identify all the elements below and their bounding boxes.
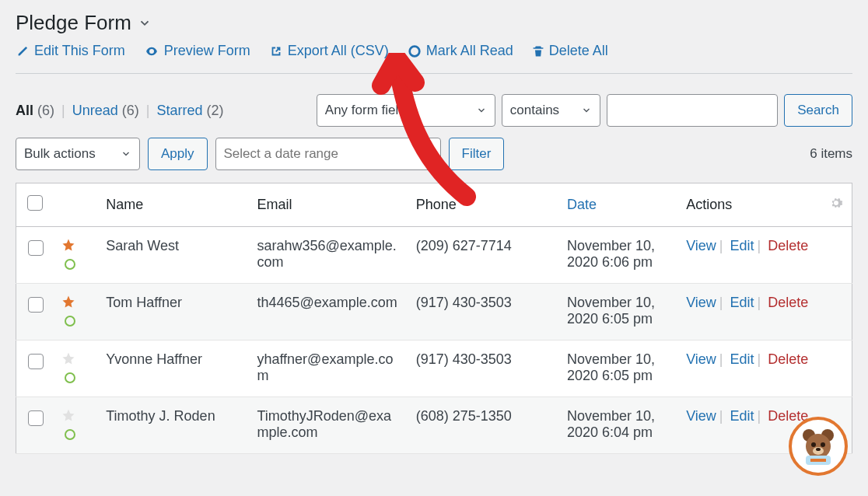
- trash-icon: [532, 44, 544, 58]
- cell-name: Timothy J. Roden: [98, 397, 249, 454]
- cell-date: November 10, 2020 6:05 pm: [559, 284, 678, 341]
- cell-actions: View| Edit| Delete: [678, 341, 852, 397]
- export-icon: [269, 44, 283, 58]
- col-name[interactable]: Name: [98, 183, 249, 227]
- status-starred-count: (2): [207, 103, 224, 118]
- field-select[interactable]: Any form field: [317, 94, 495, 127]
- chevron-down-icon[interactable]: [138, 16, 152, 30]
- bulk-actions-select[interactable]: Bulk actions: [16, 138, 140, 170]
- apply-button[interactable]: Apply: [148, 138, 208, 170]
- table-row: Yvonne Haffner yhaffner@example.com (917…: [16, 341, 852, 397]
- table-row: Tom Haffner th4465@example.com (917) 430…: [16, 284, 852, 341]
- edit-form-label: Edit This Form: [34, 43, 125, 59]
- cell-name: Yvonne Haffner: [98, 341, 249, 397]
- cell-phone: (917) 430-3503: [408, 341, 559, 397]
- col-email[interactable]: Email: [249, 183, 408, 227]
- bulk-row: Bulk actions Apply Filter 6 items: [16, 134, 852, 183]
- page-title: Pledge Form: [16, 11, 852, 35]
- export-all-link[interactable]: Export All (CSV): [269, 43, 389, 59]
- status-unread-count: (6): [122, 103, 139, 118]
- search-button[interactable]: Search: [784, 94, 852, 127]
- delete-link[interactable]: Delete: [768, 351, 808, 367]
- cell-actions: View| Edit| Delete: [678, 284, 852, 341]
- read-indicator-icon[interactable]: [65, 429, 75, 440]
- read-indicator-icon[interactable]: [65, 372, 75, 383]
- mark-all-read-link[interactable]: Mark All Read: [408, 43, 513, 59]
- delete-all-link[interactable]: Delete All: [532, 43, 608, 59]
- chevron-down-icon: [581, 105, 592, 116]
- search-controls: Any form field contains Search: [317, 94, 852, 127]
- star-icon[interactable]: [61, 353, 75, 369]
- form-toolbar: Edit This Form Preview Form Export All (…: [16, 43, 852, 74]
- gear-icon[interactable]: [829, 197, 843, 213]
- view-link[interactable]: View: [686, 238, 716, 253]
- view-link[interactable]: View: [686, 351, 716, 367]
- export-all-label: Export All (CSV): [288, 43, 389, 59]
- select-all-header: [16, 183, 54, 227]
- status-starred-link[interactable]: Starred: [157, 103, 203, 118]
- table-row: Sarah West sarahw356@example.com (209) 6…: [16, 227, 852, 284]
- cell-actions: View| Edit| Delete: [678, 227, 852, 284]
- pencil-icon: [16, 44, 30, 58]
- entries-table: Name Email Phone Date Actions Sarah West…: [16, 183, 852, 454]
- edit-link[interactable]: Edit: [730, 295, 754, 310]
- edit-link[interactable]: Edit: [730, 408, 754, 424]
- cell-name: Sarah West: [98, 227, 249, 284]
- cell-date: November 10, 2020 6:04 pm: [559, 397, 678, 454]
- indicator-header: [54, 183, 98, 227]
- star-icon[interactable]: [61, 410, 75, 425]
- svg-point-5: [811, 442, 816, 447]
- delete-link[interactable]: Delete: [768, 238, 808, 253]
- delete-link[interactable]: Delete: [768, 295, 808, 310]
- edit-link[interactable]: Edit: [730, 351, 754, 367]
- status-links: All (6) | Unread (6) | Starred (2): [16, 103, 224, 119]
- cell-email: yhaffner@example.com: [249, 341, 408, 397]
- filter-button[interactable]: Filter: [449, 138, 505, 170]
- chevron-down-icon: [121, 148, 131, 159]
- preview-form-label: Preview Form: [164, 43, 250, 59]
- edit-form-link[interactable]: Edit This Form: [16, 43, 125, 59]
- status-unread-link[interactable]: Unread: [72, 103, 118, 118]
- condition-select-label: contains: [510, 103, 559, 118]
- cell-email: TimothyJRoden@example.com: [249, 397, 408, 454]
- star-icon[interactable]: [61, 239, 75, 255]
- col-actions: Actions: [678, 183, 821, 227]
- svg-point-0: [409, 46, 419, 56]
- edit-link[interactable]: Edit: [730, 238, 754, 253]
- preview-form-link[interactable]: Preview Form: [144, 43, 250, 59]
- page-title-text: Pledge Form: [16, 11, 131, 35]
- svg-point-8: [816, 448, 821, 451]
- row-checkbox[interactable]: [28, 240, 44, 256]
- condition-select[interactable]: contains: [502, 94, 600, 127]
- cell-phone: (209) 627-7714: [408, 227, 559, 284]
- date-range-input[interactable]: [215, 138, 441, 170]
- filter-row: All (6) | Unread (6) | Starred (2) Any f…: [16, 74, 852, 134]
- field-select-label: Any form field: [325, 103, 406, 118]
- col-date[interactable]: Date: [559, 183, 678, 227]
- status-all-count: (6): [37, 103, 54, 118]
- view-link[interactable]: View: [686, 295, 716, 310]
- row-checkbox[interactable]: [28, 410, 44, 426]
- row-checkbox[interactable]: [28, 297, 44, 313]
- status-all-label: All: [16, 103, 33, 118]
- row-checkbox[interactable]: [28, 354, 44, 369]
- view-link[interactable]: View: [686, 408, 716, 424]
- cell-name: Tom Haffner: [98, 284, 249, 341]
- cell-date: November 10, 2020 6:06 pm: [559, 227, 678, 284]
- cell-phone: (608) 275-1350: [408, 397, 559, 454]
- select-all-checkbox[interactable]: [27, 195, 43, 211]
- read-indicator-icon[interactable]: [65, 259, 75, 270]
- circle-icon: [408, 44, 422, 58]
- delete-all-label: Delete All: [549, 43, 608, 59]
- cell-phone: (917) 430-3503: [408, 284, 559, 341]
- mark-all-read-label: Mark All Read: [426, 43, 513, 59]
- col-phone[interactable]: Phone: [408, 183, 559, 227]
- eye-icon: [144, 44, 159, 58]
- cell-email: th4465@example.com: [249, 284, 408, 341]
- search-value-input[interactable]: [607, 94, 778, 127]
- cell-email: sarahw356@example.com: [249, 227, 408, 284]
- read-indicator-icon[interactable]: [65, 316, 75, 327]
- chevron-down-icon: [476, 105, 487, 116]
- col-settings: [821, 183, 852, 227]
- star-icon[interactable]: [61, 296, 75, 312]
